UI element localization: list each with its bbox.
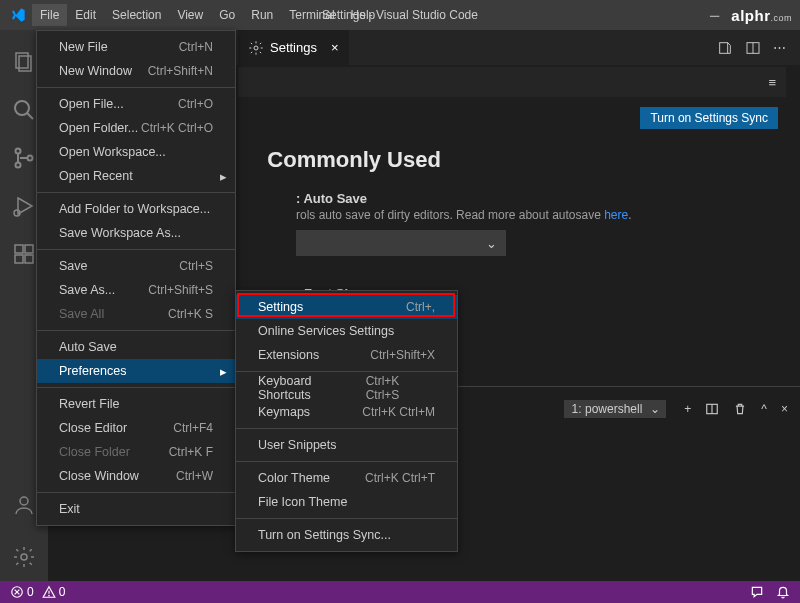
settings-gear-icon[interactable] [0,533,48,581]
menu-item-close-window[interactable]: Close WindowCtrl+W [37,464,235,488]
svg-point-14 [21,554,27,560]
submenu-item-user-snippets[interactable]: User Snippets [236,433,457,457]
chevron-right-icon: ▸ [220,169,227,184]
menu-item-open-workspace-[interactable]: Open Workspace... [37,140,235,164]
svg-rect-11 [15,255,23,263]
svg-rect-9 [15,245,23,253]
menu-item-open-file-[interactable]: Open File...Ctrl+O [37,92,235,116]
menu-go[interactable]: Go [211,4,243,26]
vscode-logo-icon [10,7,26,23]
error-icon [10,585,24,599]
terminal-select[interactable]: 1: powershell⌄ [564,400,667,418]
menu-item-revert-file[interactable]: Revert File [37,392,235,416]
tab-settings[interactable]: Settings × [238,30,349,65]
submenu-item-file-icon-theme[interactable]: File Icon Theme [236,490,457,514]
minimize-icon[interactable]: ─ [710,8,719,23]
menu-item-save-all[interactable]: Save AllCtrl+K S [37,302,235,326]
warning-icon [42,585,56,599]
turn-on-settings-sync-button[interactable]: Turn on Settings Sync [640,107,778,129]
status-errors[interactable]: 0 [10,585,34,599]
feedback-icon[interactable] [750,585,764,599]
submenu-item-color-theme[interactable]: Color ThemeCtrl+K Ctrl+T [236,466,457,490]
close-icon[interactable]: × [331,40,339,55]
gear-icon [248,40,264,56]
svg-point-25 [48,595,49,596]
submenu-item-online-services-settings[interactable]: Online Services Settings [236,319,457,343]
menu-selection[interactable]: Selection [104,4,169,26]
open-settings-json-icon[interactable] [717,40,733,56]
menu-item-preferences[interactable]: Preferences▸ [37,359,235,383]
settings-search-bar[interactable]: ≡ [238,67,786,97]
titlebar: File Edit Selection View Go Run Terminal… [0,0,800,30]
more-icon[interactable]: ⋯ [773,40,786,56]
menu-item-close-folder[interactable]: Close FolderCtrl+K F [37,440,235,464]
menu-item-add-folder-to-workspace-[interactable]: Add Folder to Workspace... [37,197,235,221]
menu-item-open-recent[interactable]: Open Recent▸ [37,164,235,188]
svg-rect-16 [720,42,728,53]
chevron-right-icon: ▸ [220,364,227,379]
svg-point-4 [16,149,21,154]
split-terminal-icon[interactable] [705,402,719,416]
svg-rect-10 [25,245,33,253]
submenu-item-keyboard-shortcuts[interactable]: Keyboard ShortcutsCtrl+K Ctrl+S [236,376,457,400]
menu-item-open-folder-[interactable]: Open Folder...Ctrl+K Ctrl+O [37,116,235,140]
svg-point-5 [16,163,21,168]
heading-commonly-used: CoCommonly Used [296,147,800,173]
menu-view[interactable]: View [169,4,211,26]
split-editor-icon[interactable] [745,40,761,56]
menu-run[interactable]: Run [243,4,281,26]
close-panel-icon[interactable]: × [781,402,788,416]
kill-terminal-icon[interactable] [733,402,747,416]
autosave-here-link[interactable]: here [604,208,628,222]
new-terminal-icon[interactable]: + [684,402,691,416]
submenu-item-keymaps[interactable]: KeymapsCtrl+K Ctrl+M [236,400,457,424]
maximize-panel-icon[interactable]: ^ [761,402,767,416]
menu-item-new-file[interactable]: New FileCtrl+N [37,35,235,59]
file-menu-dropdown: New FileCtrl+NNew WindowCtrl+Shift+NOpen… [36,30,236,526]
menu-edit[interactable]: Edit [67,4,104,26]
menu-item-save[interactable]: SaveCtrl+S [37,254,235,278]
autosave-description: rols auto save of dirty editors. Read mo… [296,208,800,222]
preferences-submenu: SettingsCtrl+,Online Services SettingsEx… [235,290,458,552]
svg-point-6 [28,156,33,161]
svg-point-15 [254,46,258,50]
tab-label: Settings [270,40,317,55]
menu-file[interactable]: File [32,4,67,26]
submenu-item-settings[interactable]: SettingsCtrl+, [236,295,457,319]
svg-point-13 [20,497,28,505]
chevron-down-icon: ⌄ [486,236,497,251]
menu-item-save-workspace-as-[interactable]: Save Workspace As... [37,221,235,245]
menu-item-auto-save[interactable]: Auto Save [37,335,235,359]
autosave-dropdown[interactable]: ⌄ [296,230,506,256]
notifications-icon[interactable] [776,585,790,599]
svg-point-2 [15,101,29,115]
svg-line-3 [27,113,33,119]
chevron-down-icon: ⌄ [650,402,660,416]
menu-item-exit[interactable]: Exit [37,497,235,521]
window-controls: ─ alphr.com [710,7,792,24]
brand-logo: alphr.com [731,7,792,24]
status-warnings[interactable]: 0 [42,585,66,599]
submenu-item-turn-on-settings-sync-[interactable]: Turn on Settings Sync... [236,523,457,547]
menu-item-new-window[interactable]: New WindowCtrl+Shift+N [37,59,235,83]
menu-item-save-as-[interactable]: Save As...Ctrl+Shift+S [37,278,235,302]
svg-rect-12 [25,255,33,263]
window-title: Settings - Visual Studio Code [322,8,478,22]
autosave-label: : Auto Save [296,191,800,206]
filter-icon[interactable]: ≡ [768,75,776,90]
menu-item-close-editor[interactable]: Close EditorCtrl+F4 [37,416,235,440]
submenu-item-extensions[interactable]: ExtensionsCtrl+Shift+X [236,343,457,367]
status-bar: 0 0 [0,581,800,603]
